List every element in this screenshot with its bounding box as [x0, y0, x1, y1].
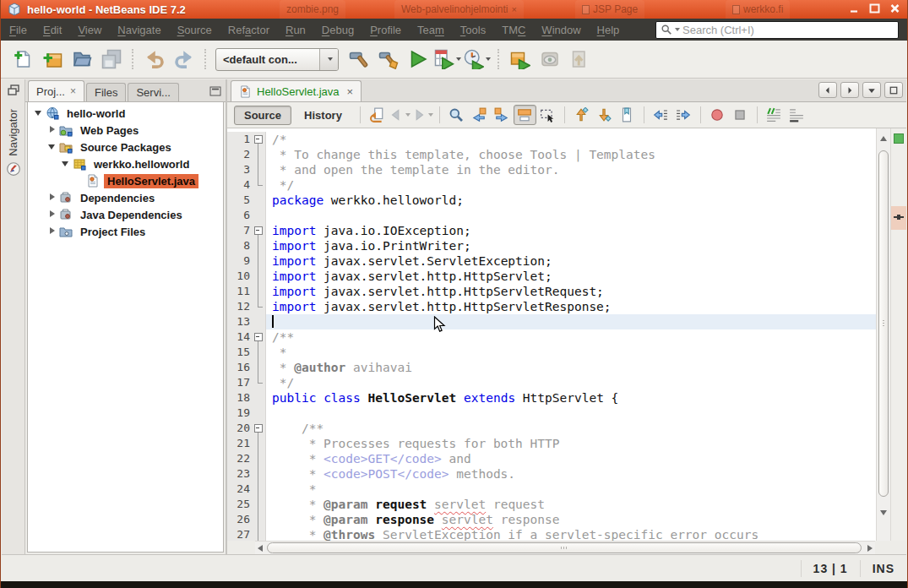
line-number[interactable]: 16	[227, 360, 253, 375]
line-number[interactable]: 3	[227, 162, 253, 177]
code-line-1[interactable]: 1/*	[227, 132, 876, 147]
fold-marker[interactable]	[253, 223, 264, 238]
expander-closed-icon[interactable]	[48, 227, 57, 236]
line-gutter[interactable]: 15	[227, 345, 266, 360]
code-text[interactable]: * <code>GET</code> and	[266, 451, 876, 466]
code-line-17[interactable]: 17 */	[227, 375, 876, 390]
titlebar[interactable]: zombie.pngWeb-palvelinohjelmointi×JSP Pa…	[1, 0, 907, 19]
project-tree[interactable]: hello-worldWeb PagesSource Packageswerkk…	[27, 102, 224, 553]
code-text[interactable]: import javax.servlet.http.HttpServlet;	[266, 269, 876, 284]
code-text[interactable]: /*	[266, 132, 876, 147]
build-project-button[interactable]	[345, 46, 372, 73]
code-line-21[interactable]: 21 * Processes requests for both HTTP	[227, 436, 876, 451]
line-number[interactable]: 1	[227, 132, 253, 147]
line-number[interactable]: 5	[227, 193, 253, 208]
configuration-selector[interactable]: <default con...	[215, 48, 339, 71]
line-gutter[interactable]: 7	[227, 223, 266, 238]
fold-marker[interactable]	[253, 329, 264, 345]
run-project-button[interactable]	[405, 46, 432, 73]
code-line-7[interactable]: 7import java.io.IOException;	[227, 223, 876, 238]
search-scope-dropdown-icon[interactable]	[675, 28, 680, 31]
code-text[interactable]: * To change this template, choose Tools …	[266, 147, 876, 162]
code-text[interactable]: * @param request servlet request	[266, 497, 876, 512]
tree-item-web-pages[interactable]: Web Pages	[28, 122, 223, 139]
combo-dropdown-button[interactable]	[319, 49, 338, 70]
menu-team[interactable]: Team	[417, 24, 444, 36]
expander-closed-icon[interactable]	[48, 210, 57, 219]
next-bookmark-button[interactable]	[593, 105, 616, 125]
maximize-window-icon[interactable]	[867, 2, 882, 15]
line-gutter[interactable]: 20	[227, 421, 266, 436]
code-text[interactable]: import java.io.PrintWriter;	[266, 238, 876, 253]
code-line-11[interactable]: 11import javax.servlet.http.HttpServletR…	[227, 284, 876, 299]
code-text[interactable]	[266, 406, 876, 421]
toggle-highlight-search-button[interactable]	[514, 105, 536, 125]
line-number[interactable]: 15	[227, 345, 253, 360]
code-line-24[interactable]: 24 *	[227, 482, 876, 497]
code-line-14[interactable]: 14/**	[227, 329, 876, 345]
panel-tab-files[interactable]: Files	[86, 83, 126, 101]
search-input[interactable]	[682, 24, 894, 36]
line-gutter[interactable]: 2	[227, 147, 266, 162]
menu-debug[interactable]: Debug	[322, 24, 354, 36]
panel-tab-servi[interactable]: Servi...	[128, 83, 178, 101]
menu-tools[interactable]: Tools	[460, 24, 486, 36]
scroll-down-icon[interactable]	[880, 510, 887, 515]
expander-closed-icon[interactable]	[48, 193, 57, 202]
code-text[interactable]: * Processes requests for both HTTP	[266, 436, 876, 451]
rectangular-selection-button[interactable]	[536, 105, 559, 125]
line-gutter[interactable]: 11	[227, 284, 266, 299]
code-text[interactable]: * <code>POST</code> methods.	[266, 466, 876, 482]
line-gutter[interactable]: 17	[227, 375, 266, 390]
line-number[interactable]: 8	[227, 238, 253, 253]
panel-tab-proj[interactable]: Proj...×	[28, 80, 84, 101]
tree-item-hello-world[interactable]: hello-world	[28, 105, 223, 122]
uncomment-button[interactable]	[786, 105, 808, 125]
line-gutter[interactable]: 12	[227, 299, 266, 314]
expander-open-icon[interactable]	[48, 143, 57, 151]
start-macro-recording-button[interactable]	[706, 105, 729, 125]
line-gutter[interactable]: 10	[227, 269, 266, 284]
code-text[interactable]: import javax.servlet.ServletException;	[266, 253, 876, 269]
code-line-9[interactable]: 9import javax.servlet.ServletException;	[227, 253, 876, 269]
code-text[interactable]: */	[266, 375, 876, 390]
code-line-6[interactable]: 6	[227, 208, 876, 223]
minimize-panel-icon[interactable]	[208, 84, 223, 98]
fold-marker[interactable]	[253, 421, 264, 436]
line-number[interactable]: 26	[227, 512, 253, 527]
line-number[interactable]: 17	[227, 375, 253, 390]
minimize-window-icon[interactable]	[847, 2, 862, 15]
code-line-20[interactable]: 20 /**	[227, 421, 876, 436]
no-errors-badge[interactable]	[894, 133, 904, 144]
line-gutter[interactable]: 22	[227, 451, 266, 466]
code-line-25[interactable]: 25 * @param request servlet request	[227, 497, 876, 512]
line-number[interactable]: 4	[227, 177, 253, 193]
line-number[interactable]: 19	[227, 406, 253, 421]
code-line-15[interactable]: 15 *	[227, 345, 876, 360]
code-text[interactable]: */	[266, 177, 876, 193]
line-number[interactable]: 27	[227, 527, 253, 541]
menu-file[interactable]: File	[9, 24, 27, 36]
dropdown-arrow-icon[interactable]	[456, 57, 461, 61]
menu-refactor[interactable]: Refactor	[228, 24, 269, 36]
line-gutter[interactable]: 9	[227, 253, 266, 269]
code-line-18[interactable]: 18public class HelloServlet extends Http…	[227, 390, 876, 406]
code-text[interactable]: * @throws ServletException if a servlet-…	[266, 527, 876, 541]
horizontal-scrollbar-thumb[interactable]	[267, 542, 862, 553]
scroll-documents-left-button[interactable]	[818, 82, 837, 98]
tree-item-werkko-helloworld[interactable]: werkko.helloworld	[28, 155, 223, 172]
dropdown-arrow-icon[interactable]	[486, 57, 491, 61]
line-gutter[interactable]: 3	[227, 162, 266, 177]
line-number[interactable]: 13	[227, 314, 253, 329]
vertical-scrollbar[interactable]	[876, 128, 890, 541]
code-text[interactable]: *	[266, 482, 876, 497]
toggle-bookmark-button[interactable]	[616, 105, 639, 125]
line-number[interactable]: 7	[227, 223, 253, 238]
restore-window-icon[interactable]	[7, 84, 20, 97]
profile-project-button[interactable]	[464, 46, 491, 73]
debug-project-button[interactable]	[434, 46, 461, 73]
menu-view[interactable]: View	[78, 24, 101, 36]
scroll-up-icon[interactable]	[880, 136, 887, 141]
code-line-2[interactable]: 2 * To change this template, choose Tool…	[227, 147, 876, 162]
line-gutter[interactable]: 21	[227, 436, 266, 451]
